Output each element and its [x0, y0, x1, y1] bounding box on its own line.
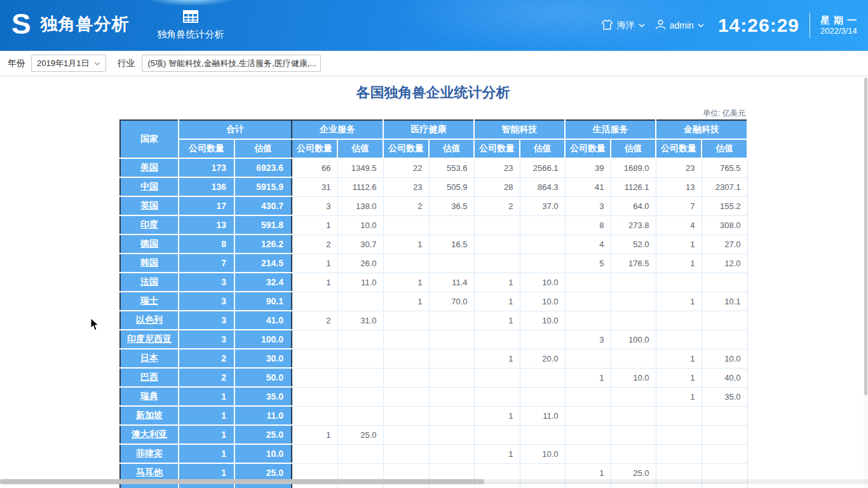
data-cell: 1: [565, 368, 611, 387]
country-link[interactable]: 德国: [140, 238, 158, 248]
data-cell: [565, 406, 611, 425]
country-cell: 新加坡: [120, 406, 179, 425]
mouse-cursor: [90, 318, 99, 334]
year-select[interactable]: 2019年1月1日: [31, 55, 106, 72]
data-cell: 1: [383, 234, 429, 254]
data-cell: [520, 330, 565, 349]
data-cell: 864.3: [520, 177, 565, 196]
data-cell: 1349.5: [337, 158, 383, 177]
country-link[interactable]: 法国: [140, 276, 158, 287]
table-grid-icon: [183, 10, 198, 25]
data-cell: 20.0: [520, 349, 565, 368]
country-link[interactable]: 菲律宾: [136, 448, 163, 458]
data-cell: [337, 368, 383, 387]
table-row: 新加坡111.0111.0: [120, 406, 747, 425]
username-label: admin: [670, 20, 694, 30]
data-cell: [702, 330, 747, 349]
country-link[interactable]: 新加坡: [136, 410, 163, 420]
data-cell: [565, 311, 611, 330]
data-cell: 1112.6: [337, 177, 383, 196]
data-cell: 70.0: [429, 292, 474, 311]
country-cell: 澳大利亚: [120, 425, 179, 444]
data-cell: [611, 444, 656, 463]
data-cell: 2566.1: [520, 158, 565, 177]
total-cell: 6923.6: [234, 158, 292, 177]
country-link[interactable]: 印度: [140, 219, 158, 229]
total-cell: 17: [179, 196, 234, 215]
country-link[interactable]: 巴西: [140, 372, 158, 382]
total-cell: 126.2: [234, 234, 292, 254]
col-subheader: 估值: [702, 139, 747, 158]
clock-time: 14:26:29: [718, 15, 799, 36]
report-wrapper: 各国独角兽企业统计分析 单位: 亿美元 国家合计企业服务医疗健康智能科技生活服务…: [119, 76, 747, 102]
country-link[interactable]: 日本: [140, 353, 158, 363]
col-subheader: 估值: [611, 139, 656, 158]
theme-selector[interactable]: 海洋: [601, 20, 645, 32]
country-cell: 中国: [120, 177, 179, 196]
table-header-row-sub: 公司数量估值公司数量估值公司数量估值公司数量估值公司数量估值公司数量估值: [120, 139, 747, 158]
data-cell: 1: [656, 234, 702, 254]
data-cell: [383, 444, 429, 463]
country-link[interactable]: 瑞典: [140, 391, 158, 401]
country-link[interactable]: 中国: [140, 181, 158, 191]
data-cell: [429, 387, 474, 406]
data-cell: 1: [474, 406, 520, 425]
data-cell: [702, 311, 747, 330]
user-menu[interactable]: admin: [655, 19, 704, 32]
country-link[interactable]: 以色列: [136, 315, 163, 325]
data-cell: 3: [292, 196, 337, 215]
statistics-table: 国家合计企业服务医疗健康智能科技生活服务金融科技 公司数量估值公司数量估值公司数…: [119, 119, 748, 488]
country-link[interactable]: 马耳他: [136, 467, 163, 477]
data-cell: [429, 349, 474, 368]
total-cell: 11.0: [234, 406, 292, 425]
data-cell: [611, 349, 656, 368]
data-cell: 1: [656, 368, 702, 387]
data-cell: [429, 406, 474, 425]
country-link[interactable]: 澳大利亚: [132, 429, 167, 439]
total-cell: 10.0: [234, 444, 292, 463]
data-cell: 1: [292, 273, 337, 292]
table-row: 以色列341.0231.0110.0: [120, 311, 747, 330]
country-cell: 印度: [120, 215, 179, 234]
data-cell: 100.0: [611, 330, 656, 349]
country-link[interactable]: 英国: [140, 200, 158, 210]
person-icon: [655, 19, 666, 32]
total-cell: 90.1: [234, 292, 292, 311]
data-cell: 31.0: [337, 311, 383, 330]
data-cell: 1: [656, 387, 702, 406]
data-cell: 26.0: [337, 254, 383, 273]
vertical-scrollbar-thumb[interactable]: [864, 78, 867, 395]
data-cell: 35.0: [702, 387, 747, 406]
tab-unicorn-statistics[interactable]: 独角兽统计分析: [144, 0, 238, 51]
col-subheader: 公司数量: [179, 139, 234, 158]
data-cell: 553.6: [429, 158, 474, 177]
data-cell: 273.8: [611, 215, 656, 234]
data-cell: [611, 425, 656, 444]
country-link[interactable]: 韩国: [140, 257, 158, 268]
horizontal-scrollbar-thumb[interactable]: [0, 479, 484, 484]
table-header: 国家合计企业服务医疗健康智能科技生活服务金融科技 公司数量估值公司数量估值公司数…: [120, 120, 747, 158]
data-cell: [429, 444, 474, 463]
data-cell: [429, 368, 474, 387]
table-body: 美国1736923.6661349.522553.6232566.1391689…: [120, 158, 747, 488]
data-cell: 37.0: [520, 196, 565, 215]
data-cell: [383, 349, 429, 368]
data-cell: [383, 215, 429, 234]
country-cell: 韩国: [120, 254, 179, 273]
table-row: 印度尼西亚3100.03100.0: [120, 330, 747, 349]
country-link[interactable]: 瑞士: [140, 295, 158, 306]
industry-filter-label: 行业: [117, 58, 135, 69]
data-cell: 28: [474, 177, 520, 196]
data-cell: [383, 406, 429, 425]
data-cell: [337, 406, 383, 425]
country-link[interactable]: 印度尼西亚: [127, 334, 172, 344]
data-cell: [520, 254, 565, 273]
data-cell: 12.0: [702, 254, 747, 273]
data-cell: [520, 425, 565, 444]
country-link[interactable]: 美国: [140, 162, 158, 172]
industry-select[interactable]: (5项) 智能科技,金融科技,生活服务,医疗健康,...: [142, 55, 321, 72]
total-cell: 1: [179, 387, 234, 406]
header-divider: [810, 13, 810, 38]
total-cell: 3: [179, 311, 234, 330]
col-group-header: 金融科技: [656, 120, 747, 139]
